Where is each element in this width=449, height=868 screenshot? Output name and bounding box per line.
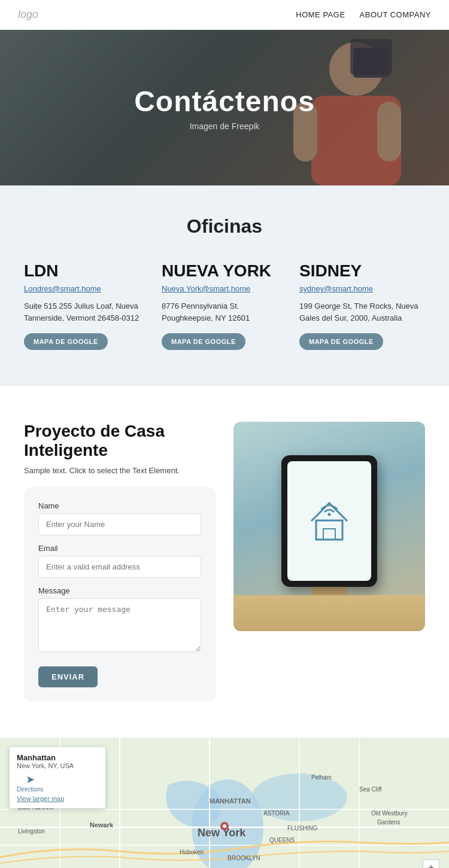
smart-home-icon [305, 494, 353, 548]
contact-left: Proyecto de Casa Inteligente Sample text… [24, 422, 216, 702]
office-card-ny: NUEVA YORK Nueva York@smart.home 8776 Pe… [162, 261, 287, 350]
svg-rect-3 [377, 102, 401, 162]
svg-text:ASTORIA: ASTORIA [263, 810, 290, 817]
svg-text:Pelham: Pelham [311, 774, 332, 781]
submit-button[interactable]: ENVIAR [38, 666, 98, 687]
form-group-message: Message [38, 586, 201, 654]
office-address-ny: 8776 Pennsylvania St. Poughkeepsie, NY 1… [162, 300, 287, 324]
hero-subtitle: Imagen de Freepik [134, 121, 315, 131]
logo: logo [18, 8, 38, 21]
form-group-email: Email [38, 544, 201, 578]
zoom-in-button[interactable]: + [423, 860, 439, 868]
form-group-name: Name [38, 501, 201, 535]
name-label: Name [38, 501, 201, 510]
svg-rect-5 [350, 39, 392, 75]
name-input[interactable] [38, 513, 201, 535]
map-zoom-controls: + − [423, 860, 439, 868]
map-btn-ny[interactable]: MAPA DE GOOGLE [162, 333, 245, 350]
map-popup: Manhattan New York, NY, USA ➤ Directions… [10, 747, 105, 808]
email-label: Email [38, 544, 201, 553]
svg-rect-7 [323, 529, 335, 540]
navbar: logo HOME PAGE ABOUT COMPANY [0, 0, 449, 30]
map-background: New York MANHATTAN Hackensack Pelham Sea… [0, 738, 449, 868]
nav-about[interactable]: ABOUT COMPANY [360, 10, 431, 19]
office-card-sidney: SIDNEY sydney@smart.home 199 George St, … [299, 261, 425, 350]
svg-point-8 [328, 513, 331, 516]
contact-right [233, 422, 425, 631]
map-section: New York MANHATTAN Hackensack Pelham Sea… [0, 738, 449, 868]
offices-title: Oficinas [24, 215, 425, 237]
contact-sample-text: Sample text. Click to select the Text El… [24, 466, 216, 475]
map-popup-actions: ➤ Directions [17, 773, 98, 793]
hero-section: Contáctenos Imagen de Freepik [0, 30, 449, 185]
map-popup-subtitle: New York, NY, USA [17, 762, 98, 769]
svg-text:FLUSHING: FLUSHING [287, 825, 318, 832]
view-larger-map[interactable]: View larger map [17, 795, 98, 802]
svg-point-37 [223, 824, 226, 828]
nav-home[interactable]: HOME PAGE [296, 10, 345, 19]
contact-form: Name Email Message ENVIAR [24, 487, 216, 702]
svg-text:Sea Cliff: Sea Cliff [359, 786, 382, 793]
nav-links: HOME PAGE ABOUT COMPANY [296, 10, 431, 19]
offices-section: Oficinas LDN Londres@smart.home Suite 51… [0, 185, 449, 386]
svg-text:Old Westbury: Old Westbury [371, 810, 407, 817]
svg-text:Gardens: Gardens [377, 819, 400, 826]
office-email-ldn[interactable]: Londres@smart.home [24, 284, 150, 293]
map-directions-btn[interactable]: ➤ Directions [17, 773, 43, 793]
tablet-body [281, 455, 377, 587]
contact-title: Proyecto de Casa Inteligente [24, 422, 216, 460]
map-btn-ldn[interactable]: MAPA DE GOOGLE [24, 333, 108, 350]
contact-section: Proyecto de Casa Inteligente Sample text… [0, 386, 449, 738]
contact-image [233, 422, 425, 631]
office-address-sidney: 199 George St, The Rocks, Nueva Gales de… [299, 300, 425, 324]
svg-text:Newark: Newark [90, 821, 114, 829]
office-name-ny: NUEVA YORK [162, 261, 287, 281]
office-card-ldn: LDN Londres@smart.home Suite 515 255 Jul… [24, 261, 150, 350]
office-name-ldn: LDN [24, 261, 150, 281]
office-email-sidney[interactable]: sydney@smart.home [299, 284, 425, 293]
hero-content: Contáctenos Imagen de Freepik [134, 85, 315, 131]
map-btn-sidney[interactable]: MAPA DE GOOGLE [299, 333, 383, 350]
contact-inner: Proyecto de Casa Inteligente Sample text… [24, 422, 425, 702]
office-email-ny[interactable]: Nueva York@smart.home [162, 284, 287, 293]
tablet-illustration [281, 455, 377, 598]
desk-surface [233, 595, 425, 631]
directions-icon: ➤ [26, 773, 35, 786]
svg-rect-6 [316, 520, 342, 540]
svg-text:MANHATTAN: MANHATTAN [210, 797, 251, 805]
tablet-screen [287, 461, 371, 581]
offices-grid: LDN Londres@smart.home Suite 515 255 Jul… [24, 261, 425, 350]
hero-title: Contáctenos [134, 85, 315, 118]
svg-text:QUEENS: QUEENS [269, 837, 295, 843]
message-label: Message [38, 586, 201, 595]
svg-text:Hoboken: Hoboken [180, 849, 204, 855]
email-input[interactable] [38, 556, 201, 578]
svg-text:BROOKLYN: BROOKLYN [227, 855, 260, 861]
office-address-ldn: Suite 515 255 Julius Loaf, Nueva Tanners… [24, 300, 150, 324]
office-name-sidney: SIDNEY [299, 261, 425, 281]
message-textarea[interactable] [38, 598, 201, 652]
svg-text:Livingston: Livingston [18, 828, 45, 835]
map-popup-title: Manhattan [17, 753, 98, 762]
